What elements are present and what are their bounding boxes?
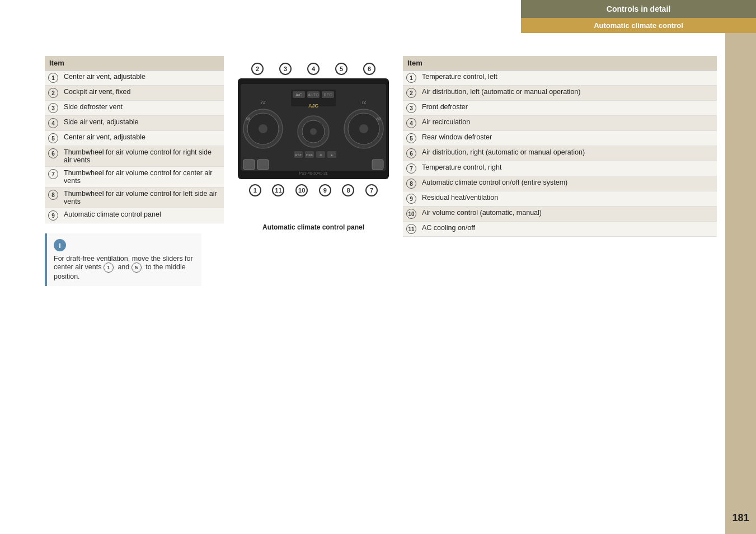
item-text-6: Thumbwheel for air volume control for ri… <box>64 148 220 164</box>
svg-text:OFF: OFF <box>306 153 313 157</box>
top-label-3: 3 <box>279 63 292 75</box>
right-table-header: Item <box>403 56 717 71</box>
left-table-row: 8Thumbwheel for air volume control for l… <box>45 188 224 208</box>
right-table-num-cell: 9Residual heat/ventilation <box>403 191 717 207</box>
item-num-3: 3 <box>48 103 58 113</box>
left-table-row: 6Thumbwheel for air volume control for r… <box>45 146 224 167</box>
left-table-header: Item <box>45 56 224 71</box>
right-item-text-7: Temperature control, right <box>422 163 501 171</box>
item-text-1: Center air vent, adjustable <box>64 73 145 81</box>
bottom-label-10: 10 <box>295 184 308 196</box>
right-item-text-1: Temperature control, left <box>422 73 497 81</box>
right-table-row: 10Air volume control (automatic, manual) <box>403 207 717 222</box>
item-text-8: Thumbwheel for air volume control for le… <box>64 190 220 205</box>
right-table-num-cell: 2Air distribution, left (automatic or ma… <box>403 86 717 101</box>
svg-rect-32 <box>257 160 269 170</box>
right-table-row: 11AC cooling on/off <box>403 222 717 237</box>
svg-point-22 <box>310 128 317 135</box>
item-text-7: Thumbwheel for air volume control for ce… <box>64 169 220 185</box>
left-table-row: 5Center air vent, adjustable <box>45 131 224 146</box>
right-item-num-1: 1 <box>406 73 416 83</box>
item-num-1: 1 <box>48 73 58 83</box>
left-table-row: 3Side defroster vent <box>45 101 224 116</box>
svg-text:72: 72 <box>361 100 366 104</box>
left-table-row: 9Automatic climate control panel <box>45 208 224 223</box>
right-table-row: 5Rear window defroster <box>403 131 717 146</box>
info-icon: i <box>54 239 66 251</box>
item-num-5: 5 <box>48 133 58 143</box>
left-item-table: Item 1Center air vent, adjustable2Cockpi… <box>45 56 224 223</box>
right-item-text-10: Air volume control (automatic, manual) <box>422 209 542 217</box>
svg-text:68: 68 <box>246 117 250 121</box>
top-labels: 23456 <box>238 63 389 75</box>
right-item-num-5: 5 <box>406 133 416 143</box>
right-item-num-3: 3 <box>406 103 416 113</box>
right-item-text-9: Residual heat/ventilation <box>422 194 498 202</box>
right-item-num-7: 7 <box>406 163 416 174</box>
item-num-8: 8 <box>48 190 58 200</box>
image-wrapper: 23456 72 68 <box>238 78 389 181</box>
right-table-num-cell: 1Temperature control, left <box>403 71 717 86</box>
ref-5: 5 <box>132 263 142 273</box>
main-content: Item 1Center air vent, adjustable2Cockpi… <box>45 56 717 286</box>
svg-text:AUTO: AUTO <box>308 93 319 97</box>
right-item-text-11: AC cooling on/off <box>422 224 475 232</box>
right-item-text-8: Automatic climate control on/off (entire… <box>422 179 567 186</box>
left-table-row: 4Side air vent, adjustable <box>45 116 224 131</box>
right-item-num-11: 11 <box>406 224 416 234</box>
left-table-row: 1Center air vent, adjustable <box>45 71 224 86</box>
climate-panel-image: 72 68 72 68 A/C AUTO <box>238 78 389 181</box>
right-table-num-cell: 11AC cooling on/off <box>403 222 717 237</box>
right-item-num-4: 4 <box>406 118 416 128</box>
page-number: 181 <box>732 512 749 524</box>
item-num-4: 4 <box>48 118 58 128</box>
left-table-num-cell: 7Thumbwheel for air volume control for c… <box>45 167 224 188</box>
right-table-row: 7Temperature control, right <box>403 161 717 176</box>
item-text-3: Side defroster vent <box>64 103 123 111</box>
top-label-4: 4 <box>307 63 320 75</box>
left-table-num-cell: 6Thumbwheel for air volume control for r… <box>45 146 224 167</box>
top-label-2: 2 <box>251 63 264 75</box>
bottom-label-1: 1 <box>249 184 261 196</box>
bottom-label-9: 9 <box>319 184 331 196</box>
svg-point-4 <box>259 124 267 133</box>
right-item-text-4: Air recirculation <box>422 118 470 126</box>
right-item-num-10: 10 <box>406 209 416 219</box>
svg-text:⊕: ⊕ <box>320 153 322 157</box>
left-table-num-cell: 3Side defroster vent <box>45 101 224 116</box>
bottom-label-8: 8 <box>342 184 354 196</box>
header-area: Controls in detail Automatic climate con… <box>521 0 756 33</box>
ref-1: 1 <box>104 263 114 273</box>
right-item-text-2: Air distribution, left (automatic or man… <box>422 88 580 96</box>
svg-rect-33 <box>372 160 383 170</box>
left-table-num-cell: 1Center air vent, adjustable <box>45 71 224 86</box>
info-text: For draft-free ventilation, move the sli… <box>54 255 195 280</box>
bottom-label-7: 7 <box>365 184 378 196</box>
left-table-num-cell: 8Thumbwheel for air volume control for l… <box>45 188 224 208</box>
svg-text:AJC: AJC <box>308 103 319 109</box>
left-table-num-cell: 9Automatic climate control panel <box>45 208 224 223</box>
right-table-row: 8Automatic climate control on/off (entir… <box>403 176 717 191</box>
info-box: i For draft-free ventilation, move the s… <box>45 233 201 286</box>
left-table-num-cell: 5Center air vent, adjustable <box>45 131 224 146</box>
bottom-label-11: 11 <box>272 184 284 196</box>
right-table-row: 6Air distribution, right (automatic or m… <box>403 146 717 161</box>
image-caption: Automatic climate control panel <box>262 223 364 231</box>
item-num-2: 2 <box>48 88 58 98</box>
item-text-9: Automatic climate control panel <box>64 210 161 218</box>
right-table-row: 1Temperature control, left <box>403 71 717 86</box>
item-num-6: 6 <box>48 148 58 158</box>
svg-point-9 <box>359 124 368 133</box>
right-table-row: 9Residual heat/ventilation <box>403 191 717 207</box>
left-table-row: 2Cockpit air vent, fixed <box>45 86 224 101</box>
svg-text:72: 72 <box>261 100 265 104</box>
item-num-7: 7 <box>48 169 58 179</box>
svg-rect-31 <box>243 160 255 170</box>
right-item-table: Item 1Temperature control, left2Air dist… <box>403 56 717 237</box>
item-text-4: Side air vent, adjustable <box>64 118 138 126</box>
svg-text:A/C: A/C <box>295 93 302 97</box>
left-table-row: 7Thumbwheel for air volume control for c… <box>45 167 224 188</box>
center-section: 23456 72 68 <box>235 56 392 286</box>
right-table-num-cell: 7Temperature control, right <box>403 161 717 176</box>
svg-text:♦: ♦ <box>331 153 332 157</box>
